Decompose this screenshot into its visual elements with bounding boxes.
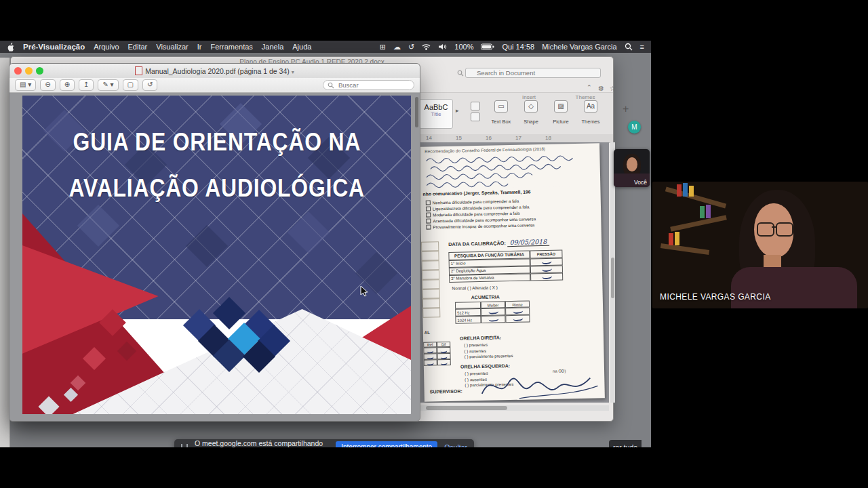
shared-screen: Pré-Visualização ArquivoEditarVisualizar… [0, 41, 651, 447]
cloud-icon[interactable]: ☁ [393, 43, 401, 52]
shape-button[interactable]: ◇ Shape [518, 100, 544, 126]
preview-search-field[interactable] [323, 80, 414, 90]
menubar-menu-item[interactable]: Ferramentas [210, 43, 252, 51]
menubar-menu-item[interactable]: Editar [128, 43, 148, 51]
wifi-icon[interactable] [422, 43, 431, 50]
apple-menu-icon[interactable] [7, 43, 14, 52]
style-gallery-more-icon[interactable]: ▸ [456, 107, 459, 114]
tubaria-col-header: PRESSÃO [530, 249, 562, 258]
checkbox-icon [426, 200, 431, 205]
preview-search-input[interactable] [337, 81, 408, 89]
handwritten-value [541, 258, 552, 264]
word-horizontal-scrollbar[interactable] [419, 405, 609, 411]
battery-percentage: 100% [454, 43, 473, 51]
meet-sharing-bar: O meet.google.com está compartilhando su… [174, 439, 474, 447]
share-button[interactable]: ↥ [79, 79, 94, 91]
rotate-button[interactable]: ↺ [142, 79, 157, 91]
acumetria-row-1024: 1024 Hz [455, 316, 481, 324]
menubar-menu-item[interactable]: Arquivo [94, 43, 119, 51]
preview-content[interactable]: GUIA DE ORIENTAÇÃO NA AVALIAÇÃO AUDIOLÓG… [9, 93, 420, 421]
tubaria-row: 3° Manobra de Valsalva [449, 272, 566, 283]
word-search-input[interactable] [465, 68, 601, 78]
ribbon-group-themes-label: Themes [570, 94, 601, 100]
ruler-number: 14 [426, 135, 456, 141]
preview-window-title: Manual_Audiologia 2020.pdf (página 1 de … [9, 66, 420, 75]
macos-menubar: Pré-Visualização ArquivoEditarVisualizar… [0, 41, 651, 53]
pdf-cover-page: GUIA DE ORIENTAÇÃO NA AVALIAÇÃO AUDIOLÓG… [22, 96, 411, 414]
favorites-star-icon[interactable]: ☆ [610, 85, 616, 92]
style-gallery-item[interactable]: AaBbC Title [419, 99, 453, 129]
active-app-name[interactable]: Pré-Visualização [23, 43, 85, 51]
right-ear-title: ORELHA DIREITA: [460, 335, 501, 340]
participant-avatar[interactable]: M [628, 121, 641, 134]
checkbox-icon [426, 218, 431, 223]
doc-reference-line: Recomendação do Conselho Federal de Fono… [425, 146, 545, 154]
ruler-number: 16 [486, 135, 515, 141]
display-mirroring-icon[interactable]: ⊞ [380, 43, 386, 52]
communication-profile-header: nho comunicativo (Jerger, Speaks, Tramme… [422, 189, 530, 196]
al-fragment: AL [425, 330, 430, 335]
cover-title-line2: AVALIAÇÃO AUDIOLÓGICA [22, 174, 411, 203]
style-name: Title [420, 111, 452, 117]
text-box-button[interactable]: ▭ Text Box [488, 100, 514, 126]
sharing-message: O meet.google.com está compartilhando su… [195, 439, 329, 448]
checkbox-icon [426, 206, 431, 211]
acumetria-title: ACUMETRIA [471, 294, 500, 300]
meet-plus-icon[interactable]: + [623, 103, 629, 115]
themes-button[interactable]: Aa Themes [578, 100, 604, 126]
markup-button[interactable]: ✎ ▾ [98, 79, 118, 91]
volume-icon[interactable] [438, 43, 447, 50]
show-all-button-partial[interactable]: rar tudo [609, 440, 642, 447]
time-machine-icon[interactable]: ↺ [408, 43, 414, 52]
pdf-icon [135, 66, 142, 75]
handwritten-value [541, 266, 552, 272]
mouse-cursor [360, 285, 369, 298]
tubaria-footer: Normal ( ) Alterada ( X ) [452, 285, 498, 290]
participant-body [731, 267, 857, 308]
view-menu-button[interactable]: ▤ ▾ [15, 79, 36, 91]
handwriting-lines [423, 152, 591, 190]
battery-icon[interactable] [481, 43, 494, 50]
zoom-in-button[interactable]: ⊕ [60, 79, 75, 91]
ruler-number: 15 [456, 135, 486, 141]
ribbon-collapse-icon[interactable]: ⌃ [587, 84, 592, 91]
ear-option: ( ) parcialmente presentes [465, 353, 513, 360]
search-icon [328, 82, 334, 89]
preview-window[interactable]: Manual_Audiologia 2020.pdf (página 1 de … [9, 63, 420, 422]
ribbon-group-insert-label: Insert [490, 94, 568, 100]
self-view-label: Você [634, 179, 647, 186]
zoom-out-button[interactable]: ⊖ [40, 79, 55, 91]
gear-icon[interactable]: ⚙ [598, 85, 604, 92]
self-view-tile[interactable]: Você [614, 149, 650, 187]
stop-sharing-button[interactable]: Interromper compartilhamento [336, 441, 437, 447]
scanned-form-page: Recomendação do Conselho Federal de Fono… [419, 143, 605, 401]
preview-toolbar: ▤ ▾⊖⊕↥✎ ▾▢↺ [9, 78, 420, 93]
checkbox-icon [426, 212, 431, 217]
preview-scrollbar[interactable] [415, 97, 418, 127]
word-document-canvas[interactable]: Recomendação do Conselho Federal de Fono… [419, 142, 609, 403]
checkbox-icon [426, 224, 431, 229]
text-select-button[interactable]: ▢ [123, 79, 138, 91]
glasses-icon [755, 222, 793, 236]
menubar-menu-item[interactable]: Janela [262, 43, 283, 51]
hide-button[interactable]: Ocultar [444, 443, 467, 448]
presenting-icon [181, 444, 188, 448]
spotlight-search-icon[interactable] [625, 43, 633, 51]
supervisor-label: SUPERVISOR: [430, 389, 462, 394]
acumetria-row-512: 512 Hz [455, 308, 481, 317]
participant-name-label: MICHELE VARGAS GARCIA [660, 292, 771, 302]
meet-call-screen: Pré-Visualização ArquivoEditarVisualizar… [0, 0, 868, 488]
participant-video-tile[interactable]: MICHELE VARGAS GARCIA [652, 182, 868, 308]
menubar-menu-item[interactable]: Visualizar [156, 43, 189, 51]
menubar-clock[interactable]: Qui 14:58 [502, 43, 534, 51]
self-face [627, 157, 637, 171]
style-sample: AaBbC [420, 103, 452, 111]
ribbon-small-buttons[interactable] [471, 102, 480, 121]
menubar-menu-item[interactable]: Ir [197, 43, 202, 51]
menubar-user-name[interactable]: Michele Vargas Garcia [542, 43, 616, 51]
picture-button[interactable]: ▨ Picture [548, 100, 574, 126]
word-search-icon [457, 70, 464, 77]
menubar-menu-item[interactable]: Ajuda [292, 43, 311, 51]
notification-center-icon[interactable]: ≡ [640, 43, 644, 51]
preview-titlebar: Manual_Audiologia 2020.pdf (página 1 de … [9, 64, 420, 79]
